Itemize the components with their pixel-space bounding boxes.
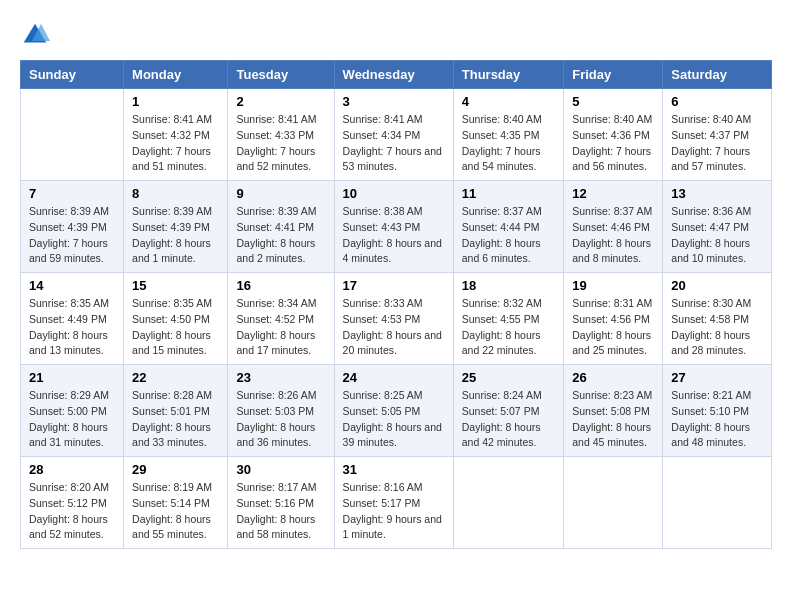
- day-info: Sunrise: 8:28 AMSunset: 5:01 PMDaylight:…: [132, 388, 219, 451]
- day-number: 27: [671, 370, 763, 385]
- calendar-cell: 27 Sunrise: 8:21 AMSunset: 5:10 PMDaylig…: [663, 365, 772, 457]
- day-number: 25: [462, 370, 555, 385]
- calendar-cell: 16 Sunrise: 8:34 AMSunset: 4:52 PMDaylig…: [228, 273, 334, 365]
- day-info: Sunrise: 8:20 AMSunset: 5:12 PMDaylight:…: [29, 480, 115, 543]
- day-number: 29: [132, 462, 219, 477]
- day-number: 17: [343, 278, 445, 293]
- calendar-cell: 28 Sunrise: 8:20 AMSunset: 5:12 PMDaylig…: [21, 457, 124, 549]
- calendar-cell: 17 Sunrise: 8:33 AMSunset: 4:53 PMDaylig…: [334, 273, 453, 365]
- calendar-week-row: 21 Sunrise: 8:29 AMSunset: 5:00 PMDaylig…: [21, 365, 772, 457]
- day-number: 6: [671, 94, 763, 109]
- calendar-cell: 18 Sunrise: 8:32 AMSunset: 4:55 PMDaylig…: [453, 273, 563, 365]
- calendar-cell: 19 Sunrise: 8:31 AMSunset: 4:56 PMDaylig…: [564, 273, 663, 365]
- day-info: Sunrise: 8:36 AMSunset: 4:47 PMDaylight:…: [671, 204, 763, 267]
- day-info: Sunrise: 8:40 AMSunset: 4:37 PMDaylight:…: [671, 112, 763, 175]
- day-info: Sunrise: 8:35 AMSunset: 4:49 PMDaylight:…: [29, 296, 115, 359]
- weekday-row: SundayMondayTuesdayWednesdayThursdayFrid…: [21, 61, 772, 89]
- calendar-cell: 11 Sunrise: 8:37 AMSunset: 4:44 PMDaylig…: [453, 181, 563, 273]
- calendar-cell: 10 Sunrise: 8:38 AMSunset: 4:43 PMDaylig…: [334, 181, 453, 273]
- day-number: 3: [343, 94, 445, 109]
- page-header: [20, 20, 772, 50]
- calendar-cell: 8 Sunrise: 8:39 AMSunset: 4:39 PMDayligh…: [124, 181, 228, 273]
- weekday-header: Monday: [124, 61, 228, 89]
- day-info: Sunrise: 8:41 AMSunset: 4:33 PMDaylight:…: [236, 112, 325, 175]
- day-info: Sunrise: 8:40 AMSunset: 4:35 PMDaylight:…: [462, 112, 555, 175]
- day-number: 18: [462, 278, 555, 293]
- calendar-week-row: 14 Sunrise: 8:35 AMSunset: 4:49 PMDaylig…: [21, 273, 772, 365]
- calendar-cell: 24 Sunrise: 8:25 AMSunset: 5:05 PMDaylig…: [334, 365, 453, 457]
- day-info: Sunrise: 8:26 AMSunset: 5:03 PMDaylight:…: [236, 388, 325, 451]
- day-info: Sunrise: 8:23 AMSunset: 5:08 PMDaylight:…: [572, 388, 654, 451]
- calendar-cell: 4 Sunrise: 8:40 AMSunset: 4:35 PMDayligh…: [453, 89, 563, 181]
- calendar-week-row: 28 Sunrise: 8:20 AMSunset: 5:12 PMDaylig…: [21, 457, 772, 549]
- calendar-cell: [663, 457, 772, 549]
- day-info: Sunrise: 8:38 AMSunset: 4:43 PMDaylight:…: [343, 204, 445, 267]
- day-number: 31: [343, 462, 445, 477]
- calendar-header: SundayMondayTuesdayWednesdayThursdayFrid…: [21, 61, 772, 89]
- calendar-cell: 13 Sunrise: 8:36 AMSunset: 4:47 PMDaylig…: [663, 181, 772, 273]
- calendar-week-row: 7 Sunrise: 8:39 AMSunset: 4:39 PMDayligh…: [21, 181, 772, 273]
- calendar-cell: 30 Sunrise: 8:17 AMSunset: 5:16 PMDaylig…: [228, 457, 334, 549]
- day-info: Sunrise: 8:37 AMSunset: 4:46 PMDaylight:…: [572, 204, 654, 267]
- calendar-cell: 20 Sunrise: 8:30 AMSunset: 4:58 PMDaylig…: [663, 273, 772, 365]
- calendar-cell: 14 Sunrise: 8:35 AMSunset: 4:49 PMDaylig…: [21, 273, 124, 365]
- day-number: 21: [29, 370, 115, 385]
- day-info: Sunrise: 8:25 AMSunset: 5:05 PMDaylight:…: [343, 388, 445, 451]
- weekday-header: Saturday: [663, 61, 772, 89]
- day-number: 11: [462, 186, 555, 201]
- day-info: Sunrise: 8:16 AMSunset: 5:17 PMDaylight:…: [343, 480, 445, 543]
- calendar-cell: 1 Sunrise: 8:41 AMSunset: 4:32 PMDayligh…: [124, 89, 228, 181]
- calendar-cell: 21 Sunrise: 8:29 AMSunset: 5:00 PMDaylig…: [21, 365, 124, 457]
- day-info: Sunrise: 8:41 AMSunset: 4:34 PMDaylight:…: [343, 112, 445, 175]
- calendar-week-row: 1 Sunrise: 8:41 AMSunset: 4:32 PMDayligh…: [21, 89, 772, 181]
- day-info: Sunrise: 8:30 AMSunset: 4:58 PMDaylight:…: [671, 296, 763, 359]
- day-info: Sunrise: 8:39 AMSunset: 4:39 PMDaylight:…: [132, 204, 219, 267]
- day-number: 10: [343, 186, 445, 201]
- day-info: Sunrise: 8:39 AMSunset: 4:41 PMDaylight:…: [236, 204, 325, 267]
- day-info: Sunrise: 8:19 AMSunset: 5:14 PMDaylight:…: [132, 480, 219, 543]
- calendar-cell: [453, 457, 563, 549]
- calendar-cell: 25 Sunrise: 8:24 AMSunset: 5:07 PMDaylig…: [453, 365, 563, 457]
- calendar-cell: 31 Sunrise: 8:16 AMSunset: 5:17 PMDaylig…: [334, 457, 453, 549]
- weekday-header: Friday: [564, 61, 663, 89]
- day-info: Sunrise: 8:35 AMSunset: 4:50 PMDaylight:…: [132, 296, 219, 359]
- day-number: 22: [132, 370, 219, 385]
- logo-icon: [20, 20, 50, 50]
- calendar-cell: 2 Sunrise: 8:41 AMSunset: 4:33 PMDayligh…: [228, 89, 334, 181]
- calendar-cell: 5 Sunrise: 8:40 AMSunset: 4:36 PMDayligh…: [564, 89, 663, 181]
- day-number: 20: [671, 278, 763, 293]
- day-info: Sunrise: 8:24 AMSunset: 5:07 PMDaylight:…: [462, 388, 555, 451]
- day-number: 28: [29, 462, 115, 477]
- day-info: Sunrise: 8:32 AMSunset: 4:55 PMDaylight:…: [462, 296, 555, 359]
- day-number: 23: [236, 370, 325, 385]
- day-number: 14: [29, 278, 115, 293]
- weekday-header: Thursday: [453, 61, 563, 89]
- day-number: 13: [671, 186, 763, 201]
- calendar-cell: 3 Sunrise: 8:41 AMSunset: 4:34 PMDayligh…: [334, 89, 453, 181]
- day-number: 16: [236, 278, 325, 293]
- calendar-cell: 6 Sunrise: 8:40 AMSunset: 4:37 PMDayligh…: [663, 89, 772, 181]
- day-info: Sunrise: 8:17 AMSunset: 5:16 PMDaylight:…: [236, 480, 325, 543]
- day-info: Sunrise: 8:33 AMSunset: 4:53 PMDaylight:…: [343, 296, 445, 359]
- calendar-cell: 26 Sunrise: 8:23 AMSunset: 5:08 PMDaylig…: [564, 365, 663, 457]
- day-number: 30: [236, 462, 325, 477]
- logo: [20, 20, 54, 50]
- day-number: 8: [132, 186, 219, 201]
- calendar-table: SundayMondayTuesdayWednesdayThursdayFrid…: [20, 60, 772, 549]
- day-number: 2: [236, 94, 325, 109]
- calendar-cell: 29 Sunrise: 8:19 AMSunset: 5:14 PMDaylig…: [124, 457, 228, 549]
- weekday-header: Sunday: [21, 61, 124, 89]
- day-number: 15: [132, 278, 219, 293]
- calendar-cell: 9 Sunrise: 8:39 AMSunset: 4:41 PMDayligh…: [228, 181, 334, 273]
- day-info: Sunrise: 8:34 AMSunset: 4:52 PMDaylight:…: [236, 296, 325, 359]
- calendar-cell: [21, 89, 124, 181]
- day-number: 24: [343, 370, 445, 385]
- day-info: Sunrise: 8:29 AMSunset: 5:00 PMDaylight:…: [29, 388, 115, 451]
- day-info: Sunrise: 8:37 AMSunset: 4:44 PMDaylight:…: [462, 204, 555, 267]
- day-number: 7: [29, 186, 115, 201]
- day-number: 9: [236, 186, 325, 201]
- calendar-cell: 15 Sunrise: 8:35 AMSunset: 4:50 PMDaylig…: [124, 273, 228, 365]
- day-info: Sunrise: 8:39 AMSunset: 4:39 PMDaylight:…: [29, 204, 115, 267]
- weekday-header: Tuesday: [228, 61, 334, 89]
- day-number: 4: [462, 94, 555, 109]
